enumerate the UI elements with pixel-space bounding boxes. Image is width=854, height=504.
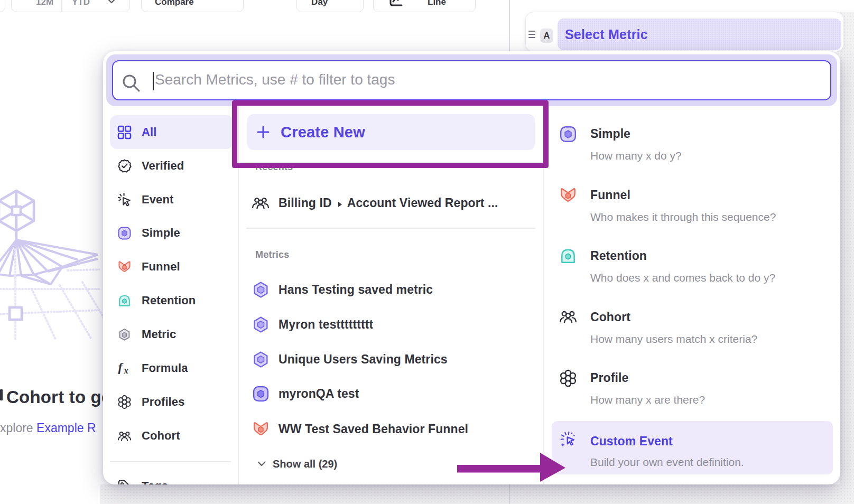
formula-fx-icon: fx [117, 360, 132, 377]
metric-a-card: A Select Metric [525, 12, 844, 52]
chart-type-line-button[interactable]: Line [373, 0, 476, 12]
funnel-icon [252, 421, 270, 438]
profiles-flower-icon [559, 369, 577, 387]
retention-arch-icon [559, 247, 577, 265]
search-metrics-input[interactable]: Search Metrics, use # to filter to tags [112, 60, 831, 100]
grid-icon [117, 125, 132, 139]
type-custom-event[interactable]: Custom Event Build your own event defini… [552, 421, 833, 474]
type-profile[interactable]: Profile How many x are there? [552, 369, 833, 420]
verified-seal-icon [117, 158, 132, 173]
drag-handle-icon[interactable] [528, 31, 535, 40]
empty-state-headline: Cohort to ge [6, 387, 112, 407]
sidebar-divider [110, 461, 231, 462]
compare-button[interactable]: Compare [141, 0, 244, 12]
metric-name: Hans Testing saved metric [279, 283, 433, 297]
type-simple[interactable]: Simple How many x do y? [552, 125, 833, 176]
type-retention[interactable]: Retention Who does x and comes back to d… [552, 247, 833, 298]
example-link[interactable]: Example R [36, 421, 96, 435]
sidebar-item-funnel[interactable]: Funnel [110, 250, 234, 284]
type-desc: Who does x and comes back to do y? [590, 272, 775, 284]
metric-name: Unique Users Saving Metrics [279, 352, 448, 367]
metrics-label: Metrics [255, 249, 289, 260]
toolbar-left-fragment-button[interactable] [0, 0, 5, 12]
type-title: Simple [590, 127, 630, 141]
range-ytd-button[interactable]: YTD [72, 0, 90, 7]
select-metric-label: Select Metric [565, 27, 648, 42]
show-all-button[interactable]: Show all (29) [257, 456, 337, 472]
sidebar-item-label: Cohort [142, 429, 180, 443]
simple-squircle-icon [559, 125, 577, 143]
show-all-label: Show all (29) [273, 458, 337, 470]
type-desc: How many x are there? [590, 394, 705, 406]
sidebar-item-label: Retention [142, 294, 196, 307]
simple-squircle-icon [117, 226, 132, 240]
saved-metric-hexagon-icon [252, 316, 270, 333]
annotation-arrow [454, 449, 568, 486]
range-12m-button[interactable]: 12M [36, 0, 53, 7]
sidebar-item-simple[interactable]: Simple [110, 216, 234, 250]
metric-list-item[interactable]: Unique Users Saving Metrics [252, 348, 537, 371]
select-metric-pill[interactable]: Select Metric [558, 18, 841, 50]
saved-metric-hexagon-icon [252, 281, 270, 298]
sidebar-item-label: Formula [142, 361, 188, 375]
empty-state-wireframe-illustration [0, 181, 105, 387]
cohort-people-icon [117, 429, 132, 443]
type-desc: How many users match x criteria? [590, 333, 757, 346]
type-desc: Build your own event definition. [590, 456, 744, 469]
metric-list-item[interactable]: WW Test Saved Behavior Funnel [252, 417, 537, 441]
chevron-down-icon [257, 461, 266, 466]
sidebar-item-label: Simple [142, 226, 180, 240]
sidebar-item-label: Funnel [142, 260, 180, 274]
custom-event-cursor-icon [559, 431, 577, 450]
chart-empty-area-bottom [100, 484, 854, 504]
interval-label: Day [311, 0, 328, 7]
sidebar-item-label: Profiles [142, 395, 185, 409]
type-title: Cohort [590, 310, 630, 324]
sidebar-item-label: Verified [142, 159, 184, 173]
funnel-icon [117, 260, 132, 274]
sidebar-item-all[interactable]: All [110, 115, 234, 149]
type-title: Profile [590, 371, 628, 385]
search-band: Search Metrics, use # to filter to tags [106, 54, 837, 106]
search-placeholder: Search Metrics, use # to filter to tags [155, 71, 395, 88]
breadcrumb-caret-icon [338, 202, 342, 207]
recents-metrics-divider [246, 228, 535, 229]
type-title: Custom Event [590, 434, 673, 449]
type-desc: Who makes it through this sequence? [590, 211, 776, 223]
sidebar-item-cohort[interactable]: Cohort [110, 419, 234, 453]
date-range-segmented-control[interactable]: 12M YTD [11, 0, 130, 12]
sidebar-item-verified[interactable]: Verified [110, 149, 234, 183]
profiles-flower-icon [117, 395, 132, 409]
sidebar-item-profiles[interactable]: Profiles [110, 385, 234, 419]
metric-list-item[interactable]: myronQA test [252, 382, 537, 405]
simple-squircle-icon [252, 385, 270, 403]
type-cohort[interactable]: Cohort How many users match x criteria? [552, 309, 833, 359]
sidebar-item-label: All [142, 125, 156, 139]
sidebar-item-label: Metric [142, 328, 176, 341]
metric-a-badge: A [540, 29, 553, 43]
text-caret [153, 72, 154, 90]
sidebar-item-tags[interactable]: Tags [110, 469, 234, 484]
interval-day-button[interactable]: Day [296, 0, 364, 12]
metric-list-item[interactable]: Myron testtttttttt [252, 313, 537, 336]
event-cursor-icon [117, 192, 132, 207]
recent-item-billing[interactable]: Billing IDAccount Viewed Report ... [252, 191, 537, 214]
annotation-rectangle [232, 100, 549, 168]
svg-text:f: f [118, 360, 124, 374]
recent-secondary: Account Viewed Report ... [347, 196, 498, 210]
explore-prefix: xplore [0, 421, 33, 435]
people-icon [252, 195, 270, 210]
headline-letter-fragment [0, 389, 3, 400]
sidebar-item-event[interactable]: Event [110, 183, 234, 217]
metric-list-item[interactable]: Hans Testing saved metric [252, 278, 537, 301]
funnel-icon [559, 186, 577, 204]
type-funnel[interactable]: Funnel Who makes it through this sequenc… [552, 186, 833, 237]
sidebar-item-formula[interactable]: fx Formula [110, 351, 234, 385]
recent-primary: Billing ID [279, 196, 332, 210]
sidebar-item-metric[interactable]: Metric [110, 318, 234, 351]
type-title: Retention [590, 249, 647, 263]
mixpanel-report-screen: 12M YTD Compare Day Line [0, 0, 854, 504]
sidebar-item-label: Tags [142, 479, 168, 484]
sidebar-item-retention[interactable]: Retention [110, 284, 234, 318]
chevron-down-icon [108, 0, 115, 4]
